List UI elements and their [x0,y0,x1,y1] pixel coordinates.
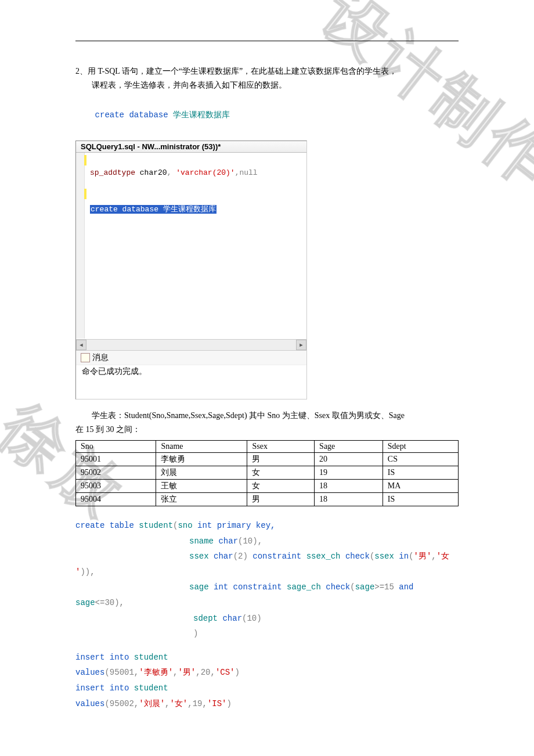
student-table: Sno Sname Ssex Sage Sdept 95001 李敏勇 男 20… [75,440,459,506]
table-row: 95004 张立 男 18 IS [76,492,459,506]
code-insert-1: insert into student [75,650,459,665]
messages-tab-label: 消息 [92,352,109,363]
sql-window-title: SQLQuery1.sql - NW...ministrator (53))* [76,141,306,153]
sql-code: sp_addtype char20, 'varchar(20)',null cr… [90,155,303,228]
code-line: ssex char(2) constraint ssex_ch check(ss… [75,549,459,564]
code-line: sage int constraint sage_ch check(sage>=… [75,579,459,595]
code-line: ')), [75,564,459,580]
code-line: sname char(10), [75,534,459,549]
code-line: ) [75,626,459,642]
header-rule [75,41,459,41]
create-db-line: create database 学生课程数据库 [75,92,459,139]
code-values-2: values(95002,'刘晨','女',19,'IS') [75,696,459,712]
messages-body: 命令已成功完成。 [76,365,306,399]
table-row: Sno Sname Ssex Sage Sdept [76,440,459,452]
messages-icon [81,353,90,362]
code-create-student: create table student(sno int primary key… [75,518,459,534]
student-desc-1: 学生表：Student(Sno,Sname,Ssex,Sage,Sdept) 其… [75,409,459,423]
table-row: 95001 李敏勇 男 20 CS [76,452,459,466]
student-desc-2: 在 15 到 30 之间： [75,423,459,437]
code-insert-2: insert into student [75,681,459,696]
table-header: Sno [76,440,156,452]
table-header: Sname [156,440,247,452]
scroll-left-icon[interactable]: ◄ [76,340,86,350]
code-values-1: values(95001,'李敏勇','男',20,'CS') [75,665,459,681]
intro-line-1: 2、用 T-SQL 语句，建立一个“学生课程数据库”，在此基础上建立该数据库包含… [75,64,459,78]
intro-line-2: 课程表，学生选修表，并向各表插入如下相应的数据。 [75,78,459,92]
sql-editor[interactable]: sp_addtype char20, 'varchar(20)',null cr… [76,153,306,350]
db-name: 学生课程数据库 [173,110,230,120]
horizontal-scrollbar[interactable]: ◄ ► [76,339,306,350]
exec-marker [84,189,86,199]
table-header: Sage [315,440,383,452]
table-header: Ssex [247,440,315,452]
selected-sql: create database 学生课程数据库 [90,205,217,214]
scroll-right-icon[interactable]: ► [296,340,306,350]
table-row: 95003 王敏 女 18 MA [76,479,459,492]
messages-tab[interactable]: 消息 [76,350,306,365]
code-line: sage<=30), [75,595,459,611]
table-row: 95002 刘晨 女 19 IS [76,466,459,479]
code-line: sdept char(10) [75,611,459,627]
editor-gutter [76,153,85,339]
keyword: create database [95,110,168,120]
sql-query-window: SQLQuery1.sql - NW...ministrator (53))* … [75,141,307,399]
exec-marker [84,155,86,165]
table-header: Sdept [383,440,458,452]
